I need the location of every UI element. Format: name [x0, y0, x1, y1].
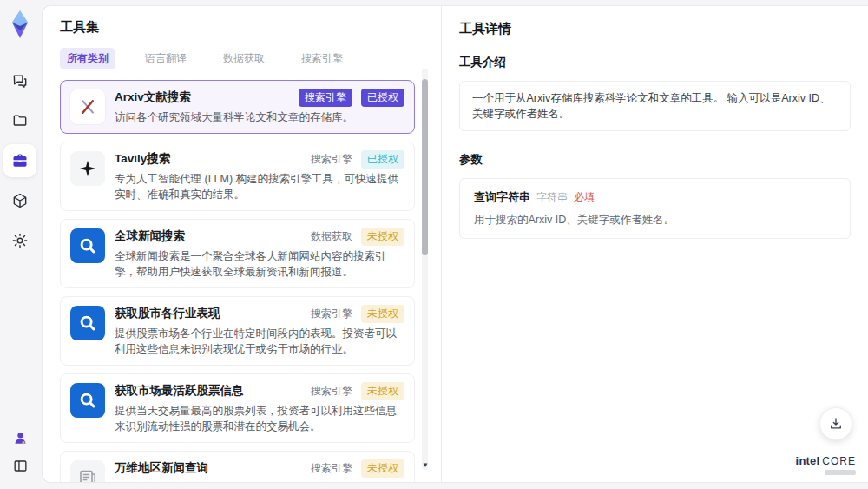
- category-tabs: 所有类别语言翻译数据获取搜索引擎: [60, 48, 441, 69]
- folder-icon[interactable]: [3, 104, 36, 137]
- tool-icon: [70, 89, 105, 124]
- tool-card[interactable]: 万维地区新闻查询 搜索引擎 未授权 查询具体行政区划内的新闻，快速了解各地新闻动…: [60, 451, 415, 483]
- brand-secondary: CORE: [822, 455, 856, 467]
- category-badge: 搜索引擎: [311, 150, 352, 169]
- arxiv-icon: [77, 96, 98, 117]
- brand-subbar: [825, 470, 856, 475]
- param-row: 查询字符串 字符串 必填 用于搜索的Arxiv ID、关键字或作者姓名。: [474, 189, 836, 228]
- tool-title: 全球新闻搜索: [115, 228, 185, 244]
- star-icon: [78, 159, 97, 178]
- tool-list: Arxiv文献搜索 搜索引擎 已授权 访问各个研究领域大量科学论文和文章的存储库…: [60, 80, 415, 483]
- tool-card[interactable]: 全球新闻搜索 数据获取 未授权 全球新闻搜索是一个聚合全球各大新闻网站内容的搜索…: [60, 219, 415, 288]
- tool-card[interactable]: 获取市场最活跃股票信息 搜索引擎 未授权 提供当天交易量最高的股票列表，投资者可…: [60, 373, 415, 443]
- search-tile-icon: [78, 236, 97, 255]
- tab-所有类别[interactable]: 所有类别: [60, 48, 115, 69]
- tool-description: 提供当天交易量最高的股票列表，投资者可以利用这些信息来识别流动性强的股票和潜在的…: [115, 403, 404, 434]
- params-list: 查询字符串 字符串 必填 用于搜索的Arxiv ID、关键字或作者姓名。: [459, 178, 851, 239]
- tool-description: 访问各个研究领域大量科学论文和文章的存储库。: [115, 109, 404, 125]
- tool-title: Tavily搜索: [115, 150, 170, 167]
- chat-icon[interactable]: [3, 64, 36, 97]
- tool-description: 全球新闻搜索是一个聚合全球各大新闻网站内容的搜索引擎，帮助用户快速获取全球最新资…: [115, 248, 404, 280]
- category-badge: 数据获取: [311, 228, 352, 246]
- search-tile-icon: [78, 314, 97, 333]
- auth-status-badge: 未授权: [361, 305, 404, 323]
- detail-title: 工具详情: [459, 21, 851, 37]
- newspaper-icon: [77, 467, 98, 483]
- download-button[interactable]: [819, 407, 852, 440]
- auth-status-badge: 未授权: [361, 228, 404, 246]
- tool-list-panel: 工具集 所有类别语言翻译数据获取搜索引擎 Arxiv文献搜索 搜索引擎 已授权 …: [43, 6, 441, 482]
- category-badge: 搜索引擎: [311, 305, 352, 323]
- tab-语言翻译[interactable]: 语言翻译: [138, 48, 194, 69]
- tool-card[interactable]: 获取股市各行业表现 搜索引擎 未授权 提供股票市场各个行业在特定时间段内的表现。…: [60, 296, 415, 366]
- search-tile-icon: [78, 391, 97, 410]
- main-content: 工具集 所有类别语言翻译数据获取搜索引擎 Arxiv文献搜索 搜索引擎 已授权 …: [42, 5, 868, 483]
- params-heading: 参数: [459, 152, 851, 168]
- param-required-badge: 必填: [574, 190, 595, 205]
- tool-title: Arxiv文献搜索: [115, 89, 191, 105]
- auth-status-badge: 未授权: [361, 382, 404, 400]
- app-root: 工具集 所有类别语言翻译数据获取搜索引擎 Arxiv文献搜索 搜索引擎 已授权 …: [0, 0, 868, 489]
- category-badge: 搜索引擎: [311, 382, 352, 400]
- auth-status-badge: 未授权: [361, 459, 404, 478]
- tool-title: 万维地区新闻查询: [115, 459, 208, 476]
- packages-icon[interactable]: [3, 184, 36, 217]
- collapse-panel-icon[interactable]: [3, 453, 36, 479]
- tool-description: 提供股票市场各个行业在特定时间段内的表现。投资者可以利用这些信息来识别表现优于或…: [115, 326, 404, 357]
- auth-status-badge: 已授权: [361, 150, 404, 169]
- tool-title: 获取股市各行业表现: [115, 305, 220, 321]
- app-logo-icon: [3, 7, 36, 42]
- intel-core-logo: intelCORE: [796, 453, 856, 475]
- param-name: 查询字符串: [474, 189, 530, 205]
- tool-description: 专为人工智能代理 (LLM) 构建的搜索引擎工具，可快速提供实时、准确和真实的结…: [115, 171, 404, 202]
- category-badge: 搜索引擎: [299, 89, 352, 107]
- tool-icon: [70, 460, 105, 483]
- category-badge: 搜索引擎: [311, 459, 352, 478]
- tab-搜索引擎[interactable]: 搜索引擎: [294, 48, 350, 69]
- tool-card[interactable]: Tavily搜索 搜索引擎 已授权 专为人工智能代理 (LLM) 构建的搜索引擎…: [60, 142, 415, 211]
- tool-icon: [70, 228, 105, 263]
- tool-detail-panel: 工具详情 工具介绍 一个用于从Arxiv存储库搜索科学论文和文章的工具。 输入可…: [441, 6, 868, 482]
- param-description: 用于搜索的Arxiv ID、关键字或作者姓名。: [474, 213, 836, 228]
- tool-icon: [70, 306, 105, 340]
- scrollbar-thumb[interactable]: [422, 79, 428, 255]
- download-icon: [828, 416, 844, 432]
- tool-icon: [70, 383, 105, 418]
- scrollbar-down-arrow-icon[interactable]: ▼: [422, 461, 428, 470]
- param-type: 字符串: [536, 190, 568, 205]
- toolbox-icon[interactable]: [3, 144, 36, 177]
- scrollbar-track[interactable]: ▼: [422, 69, 428, 470]
- tab-数据获取[interactable]: 数据获取: [216, 48, 272, 69]
- brand-primary: intel: [796, 454, 820, 467]
- tool-description: 查询具体行政区划内的新闻，快速了解各地新闻动向: [115, 480, 404, 483]
- tool-card[interactable]: Arxiv文献搜索 搜索引擎 已授权 访问各个研究领域大量科学论文和文章的存储库…: [60, 80, 415, 134]
- intro-heading: 工具介绍: [459, 55, 851, 70]
- tool-icon: [70, 151, 105, 186]
- auth-status-badge: 已授权: [361, 89, 404, 107]
- settings-icon[interactable]: [3, 224, 36, 257]
- icon-rail: [0, 0, 40, 489]
- tool-title: 获取市场最活跃股票信息: [115, 382, 244, 399]
- page-title: 工具集: [60, 19, 441, 36]
- tool-intro-text: 一个用于从Arxiv存储库搜索科学论文和文章的工具。 输入可以是Arxiv ID…: [459, 81, 851, 131]
- user-icon[interactable]: [3, 425, 36, 451]
